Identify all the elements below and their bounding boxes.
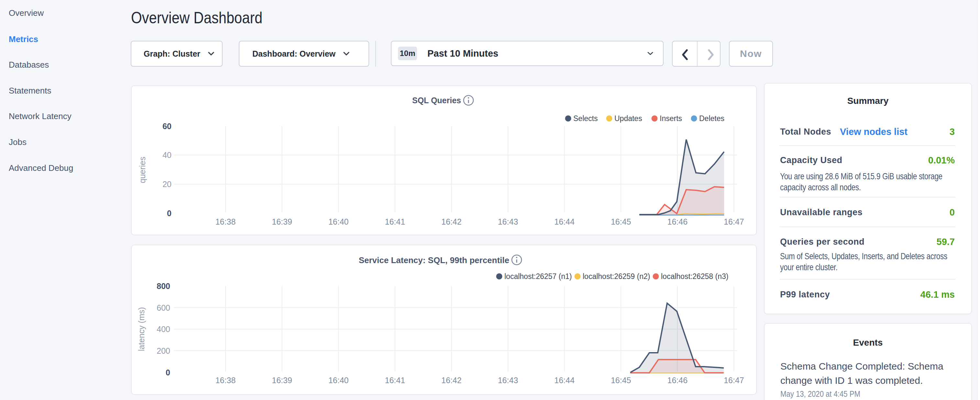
svg-text:16:44: 16:44 xyxy=(554,217,574,226)
svg-text:16:47: 16:47 xyxy=(724,376,744,385)
svg-text:Service Latency: SQL, 99th per: Service Latency: SQL, 99th percentile xyxy=(359,255,509,265)
svg-text:Inserts: Inserts xyxy=(660,114,682,123)
svg-text:16:45: 16:45 xyxy=(611,217,631,226)
svg-text:0: 0 xyxy=(165,368,170,377)
svg-text:40: 40 xyxy=(162,150,172,159)
svg-text:16:40: 16:40 xyxy=(328,376,349,385)
svg-text:200: 200 xyxy=(157,346,170,355)
svg-text:SQL Queries: SQL Queries xyxy=(412,96,461,105)
svg-text:Updates: Updates xyxy=(614,114,642,123)
svg-text:20: 20 xyxy=(162,180,172,189)
svg-text:latency (ms): latency (ms) xyxy=(137,307,146,351)
svg-text:16:46: 16:46 xyxy=(667,376,688,385)
svg-text:16:41: 16:41 xyxy=(385,376,406,385)
svg-text:16:42: 16:42 xyxy=(441,376,462,385)
svg-text:400: 400 xyxy=(157,325,170,334)
svg-text:localhost:26259 (n2): localhost:26259 (n2) xyxy=(583,272,650,280)
svg-text:16:41: 16:41 xyxy=(385,217,406,226)
svg-text:queries: queries xyxy=(138,157,147,183)
svg-text:16:45: 16:45 xyxy=(611,376,631,385)
svg-text:Selects: Selects xyxy=(573,114,598,123)
svg-text:16:39: 16:39 xyxy=(272,376,292,385)
svg-text:16:43: 16:43 xyxy=(498,217,518,226)
svg-text:16:47: 16:47 xyxy=(724,217,744,226)
svg-text:16:43: 16:43 xyxy=(498,376,518,385)
svg-text:16:38: 16:38 xyxy=(215,376,236,385)
svg-text:16:38: 16:38 xyxy=(215,217,236,226)
svg-text:Deletes: Deletes xyxy=(699,114,724,123)
svg-text:16:39: 16:39 xyxy=(272,217,292,226)
svg-text:localhost:26258 (n3): localhost:26258 (n3) xyxy=(661,272,728,280)
svg-text:16:40: 16:40 xyxy=(328,217,349,226)
svg-text:800: 800 xyxy=(157,282,170,291)
svg-text:60: 60 xyxy=(162,122,172,131)
svg-text:16:46: 16:46 xyxy=(667,217,688,226)
svg-text:600: 600 xyxy=(157,303,170,312)
svg-text:16:44: 16:44 xyxy=(554,376,574,385)
svg-text:localhost:26257 (n1): localhost:26257 (n1) xyxy=(504,272,572,280)
svg-text:0: 0 xyxy=(167,209,172,218)
svg-text:16:42: 16:42 xyxy=(441,217,462,226)
